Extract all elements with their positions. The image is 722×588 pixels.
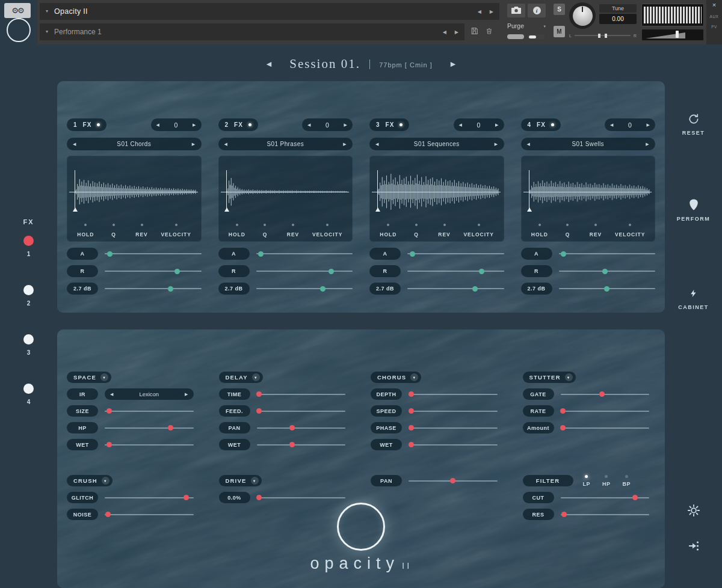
delay-pan-slider-handle[interactable] bbox=[289, 425, 295, 430]
channel-4-release-slider-handle[interactable] bbox=[602, 269, 608, 274]
fx-channel-select-4[interactable]: 4 bbox=[0, 384, 57, 405]
fx-channel-1-indicator[interactable] bbox=[23, 236, 34, 246]
stutter-header[interactable]: STUTTER▾ bbox=[523, 372, 576, 383]
knob-q[interactable]: Q bbox=[554, 224, 582, 237]
fx-channel-select-3[interactable]: 3 bbox=[0, 334, 57, 356]
filter-header[interactable]: FILTER bbox=[523, 475, 573, 486]
channel-1-volume-slider-handle[interactable] bbox=[168, 286, 173, 292]
channel-3-attack-slider-handle[interactable] bbox=[410, 251, 415, 257]
channel-4-fx-button[interactable]: 4FX bbox=[521, 118, 561, 131]
stutter-amount-slider-handle[interactable] bbox=[560, 425, 566, 430]
chorus-depth-slider-handle[interactable] bbox=[409, 391, 414, 397]
snapshot-camera-button[interactable] bbox=[507, 4, 525, 17]
channel-1-release-slider-handle[interactable] bbox=[174, 269, 180, 274]
master-pan-pan-slider-handle[interactable] bbox=[450, 478, 455, 483]
channel-2-volume-slider-handle[interactable] bbox=[320, 286, 326, 292]
delay-feedback-slider-handle[interactable] bbox=[256, 408, 262, 414]
delete-icon[interactable] bbox=[486, 26, 493, 37]
delay-wet-slider-handle[interactable] bbox=[289, 442, 295, 447]
space-size-slider-handle[interactable] bbox=[106, 408, 112, 414]
filter-cutoff-slider-handle[interactable] bbox=[632, 495, 638, 500]
prev-arrow-icon[interactable]: ◀ bbox=[110, 392, 113, 396]
space-header[interactable]: SPACE▾ bbox=[67, 372, 111, 383]
next-arrow-icon[interactable]: ▶ bbox=[647, 123, 650, 127]
next-instrument-icon[interactable]: ▶ bbox=[490, 9, 493, 14]
next-arrow-icon[interactable]: ▶ bbox=[192, 142, 196, 146]
chorus-depth-slider-track[interactable] bbox=[409, 394, 498, 395]
tune-knob-cap[interactable] bbox=[573, 6, 593, 26]
fx-channel-select-1[interactable]: 1 bbox=[0, 236, 57, 257]
drive-amount-slider-handle[interactable] bbox=[256, 495, 262, 500]
channel-4-preset-selector[interactable]: ◀S01 Swells▶ bbox=[521, 138, 656, 150]
channel-1-preset-selector[interactable]: ◀S01 Chords▶ bbox=[67, 138, 202, 150]
next-performance-icon[interactable]: ▶ bbox=[455, 29, 458, 35]
drive-amount-slider-track[interactable] bbox=[257, 497, 346, 498]
channel-2-attack-slider-handle[interactable] bbox=[258, 251, 264, 257]
save-icon[interactable] bbox=[471, 26, 478, 37]
cabinet-tab[interactable]: CABINET bbox=[665, 287, 722, 310]
space-wet-slider-handle[interactable] bbox=[106, 442, 112, 447]
filter-mode-lp[interactable]: LP bbox=[583, 475, 591, 487]
mute-button[interactable]: M bbox=[554, 26, 565, 37]
routing-button[interactable] bbox=[665, 540, 722, 552]
pv-label[interactable]: PV bbox=[711, 25, 717, 29]
delay-time-slider-handle[interactable] bbox=[256, 391, 262, 397]
chorus-phase-slider-handle[interactable] bbox=[409, 425, 414, 430]
stutter-rate-slider-track[interactable] bbox=[561, 411, 650, 412]
performance-bar[interactable]: ▾ Performance 1 ◀ ▶ bbox=[40, 23, 464, 40]
drive-header[interactable]: DRIVE▾ bbox=[219, 475, 262, 486]
playhead-marker[interactable] bbox=[527, 170, 533, 210]
chorus-speed-slider-handle[interactable] bbox=[409, 408, 414, 414]
filter-resonance-slider-track[interactable] bbox=[561, 514, 650, 515]
stereo-handle-right[interactable] bbox=[605, 34, 607, 38]
close-icon[interactable]: × bbox=[712, 2, 716, 8]
info-button[interactable]: i bbox=[528, 4, 546, 17]
crush-noise-slider-track[interactable] bbox=[105, 514, 194, 515]
channel-3-fx-button[interactable]: 3FX bbox=[369, 118, 409, 131]
knob-velocity[interactable]: VELOCITY bbox=[307, 224, 348, 237]
crush-header[interactable]: CRUSH▾ bbox=[67, 475, 113, 486]
knob-rev[interactable]: REV bbox=[279, 224, 307, 237]
prev-arrow-icon[interactable]: ◀ bbox=[459, 123, 462, 127]
prev-performance-icon[interactable]: ◀ bbox=[443, 29, 446, 35]
perform-tab[interactable]: PERFORM bbox=[665, 198, 722, 222]
channel-3-release-slider-track[interactable] bbox=[407, 271, 504, 272]
fx-channel-2-indicator[interactable] bbox=[23, 285, 34, 295]
session-prev-icon[interactable]: ◀ bbox=[256, 60, 282, 68]
playhead-marker[interactable] bbox=[224, 170, 230, 210]
prev-arrow-icon[interactable]: ◀ bbox=[156, 123, 159, 127]
crush-glitch-slider-handle[interactable] bbox=[184, 495, 189, 500]
channel-2-fx-button[interactable]: 2FX bbox=[218, 118, 258, 131]
knob-velocity[interactable]: VELOCITY bbox=[458, 224, 499, 237]
stutter-gate-slider-track[interactable] bbox=[561, 394, 650, 395]
session-next-icon[interactable]: ▶ bbox=[440, 60, 466, 68]
dropdown-circle-icon[interactable]: ▾ bbox=[100, 373, 108, 381]
channel-4-attack-slider-track[interactable] bbox=[559, 253, 656, 254]
space-ir-selector[interactable]: ◀Lexicon▶ bbox=[105, 388, 194, 400]
playhead-marker[interactable] bbox=[375, 170, 381, 210]
channel-2-volume-slider-track[interactable] bbox=[256, 288, 353, 289]
prev-arrow-icon[interactable]: ◀ bbox=[610, 123, 613, 127]
channel-3-release-slider-handle[interactable] bbox=[479, 269, 484, 274]
settings-button[interactable] bbox=[665, 504, 722, 517]
channel-2-release-slider-handle[interactable] bbox=[329, 269, 334, 274]
fx-channel-select-2[interactable]: 2 bbox=[0, 285, 57, 307]
filter-mode-hp[interactable]: HP bbox=[602, 475, 611, 487]
solo-button[interactable]: S bbox=[554, 4, 565, 15]
stereo-pan-track[interactable] bbox=[575, 35, 631, 36]
channel-3-attack-slider-track[interactable] bbox=[407, 253, 504, 254]
channel-4-release-slider-track[interactable] bbox=[559, 271, 656, 272]
channel-4-volume-slider-track[interactable] bbox=[559, 288, 656, 289]
delay-pan-slider-track[interactable] bbox=[257, 427, 346, 429]
delay-time-slider-track[interactable] bbox=[257, 394, 346, 395]
next-arrow-icon[interactable]: ▶ bbox=[343, 142, 347, 146]
channel-4-volume-slider-handle[interactable] bbox=[604, 286, 609, 292]
channel-1-release-slider-track[interactable] bbox=[105, 271, 202, 272]
knob-rev[interactable]: REV bbox=[128, 224, 156, 237]
delay-wet-slider-track[interactable] bbox=[257, 444, 346, 446]
stutter-rate-slider-handle[interactable] bbox=[560, 408, 566, 414]
filter-mode-bp[interactable]: BP bbox=[623, 475, 631, 487]
chorus-header[interactable]: CHORUS▾ bbox=[371, 372, 421, 383]
channel-1-fx-button[interactable]: 1FX bbox=[67, 118, 106, 131]
next-arrow-icon[interactable]: ▶ bbox=[495, 142, 498, 146]
